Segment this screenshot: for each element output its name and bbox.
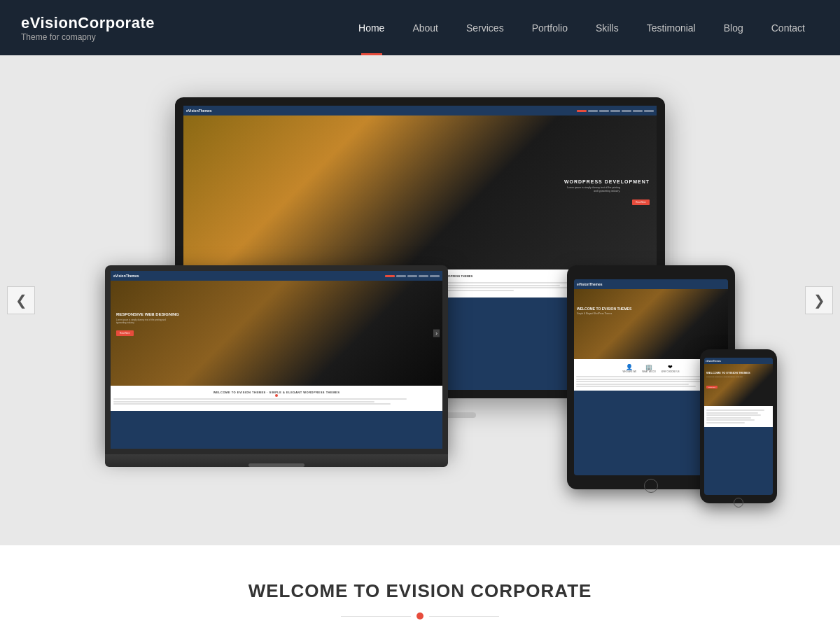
text-line: [706, 422, 745, 424]
phone-screen-body: [704, 406, 773, 427]
tablet-hero-image: [574, 289, 728, 359]
laptop-slider-arrow: ›: [433, 330, 440, 337]
text-line: [113, 401, 374, 402]
laptop-screen-body: WELCOME TO EVISION THEMES · SIMPLE & ELE…: [111, 386, 442, 411]
nav-item-portfolio[interactable]: Portfolio: [518, 0, 582, 55]
nav-item-blog[interactable]: Blog: [710, 0, 757, 55]
laptop-screen-nav: eVisionThemes: [111, 271, 442, 281]
text-line: [706, 414, 761, 416]
phone-hero-subtitle: SIMPLE & ELEGANT WORDPRESS THEMES: [706, 376, 750, 378]
text-line: [576, 386, 696, 387]
laptop: eVisionThemes RESPONSIVE W: [105, 265, 448, 482]
text-line: [113, 403, 391, 405]
tablet-icon-who: 👤 WHO ARE WE: [622, 364, 636, 373]
laptop-nav-item: [396, 275, 406, 277]
text-line: [706, 412, 758, 414]
tablet-hero-desc: Simple & Elegant WordPress Themes: [577, 312, 631, 315]
nav-item-contact[interactable]: Contact: [757, 0, 819, 55]
phone-hero-text: WELCOME TO EVISION THEMES SIMPLE & ELEGA…: [706, 371, 750, 391]
tablet-home-button: [644, 479, 658, 493]
laptop-nav-items: [385, 275, 440, 277]
monitor-nav-item: [577, 110, 587, 112]
welcome-section: WELCOME TO EVISION CORPORATE: [0, 545, 840, 630]
laptop-welcome: WELCOME TO EVISION THEMES · SIMPLE & ELE…: [113, 388, 440, 408]
devices-container: eVisionThemes: [105, 97, 735, 503]
phone-text-lines: [706, 410, 771, 424]
nav-item-about[interactable]: About: [398, 0, 452, 55]
nav-item-testimonial[interactable]: Testimonial: [633, 0, 710, 55]
phone-hero-btn: Read More: [706, 386, 718, 388]
text-line: [706, 410, 764, 411]
phone-screen-logo: eVisionThemes: [706, 360, 721, 363]
welcome-divider: [14, 612, 826, 620]
monitor-nav-item: [599, 110, 609, 112]
laptop-hero-btn: Read More: [116, 330, 134, 336]
monitor-nav-item: [644, 110, 654, 112]
phone-screen-hero: WELCOME TO EVISION THEMES SIMPLE & ELEGA…: [704, 364, 773, 406]
phone-screen-nav: eVisionThemes: [704, 358, 773, 364]
text-line: [706, 417, 751, 419]
tablet-hero-text: WELCOME TO EVISION THEMES Simple & Elega…: [577, 307, 631, 315]
smartphone: eVisionThemes WELCOME TO EVISION THEMES …: [700, 349, 777, 503]
brand-logo: eVisionCorporate Theme for comapny: [21, 14, 155, 42]
monitor-nav-item: [633, 110, 643, 112]
tablet-screen-hero: WELCOME TO EVISION THEMES Simple & Elega…: [574, 289, 728, 359]
divider-dot: [416, 612, 424, 620]
laptop-welcome-dot: [275, 394, 278, 397]
laptop-text-lines: [113, 398, 440, 405]
monitor-nav-item: [610, 110, 620, 112]
text-line: [113, 398, 407, 400]
monitor-screen-nav: eVisionThemes: [183, 106, 657, 115]
brand-name: eVisionCorporate: [21, 14, 155, 32]
laptop-welcome-title: WELCOME TO EVISION THEMES · SIMPLE & ELE…: [113, 391, 440, 394]
laptop-hero-text: RESPONSIVE WEB DESIGNING Lorem ipsum is …: [116, 312, 179, 337]
monitor-hero-text: WORDPRESS DEVELOPMENT Lorem ipsum is sim…: [564, 179, 650, 206]
welcome-title: WELCOME TO EVISION CORPORATE: [14, 580, 826, 602]
phone-screen: eVisionThemes WELCOME TO EVISION THEMES …: [704, 358, 773, 495]
nav-item-home[interactable]: Home: [344, 0, 398, 55]
brand-tagline: Theme for comapny: [21, 32, 155, 42]
text-line: [576, 376, 718, 377]
monitor-screen-logo: eVisionThemes: [186, 108, 212, 113]
monitor-hero-btn: Read More: [632, 200, 650, 205]
phone-hero-title: WELCOME TO EVISION THEMES: [706, 371, 750, 374]
phone-frame: eVisionThemes WELCOME TO EVISION THEMES …: [700, 349, 777, 503]
monitor-nav-item: [622, 110, 631, 112]
laptop-nav-item: [419, 275, 428, 277]
laptop-screen: eVisionThemes RESPONSIVE W: [111, 271, 442, 449]
laptop-hero-title: RESPONSIVE WEB DESIGNING: [116, 312, 179, 316]
monitor-hero-title: WORDPRESS DEVELOPMENT: [564, 179, 650, 184]
text-line: [576, 379, 704, 380]
text-line: [706, 419, 755, 421]
laptop-nav-item: [407, 275, 417, 277]
tablet-screen-nav: eVisionThemes: [574, 279, 728, 289]
slider-next-button[interactable]: ❯: [805, 286, 833, 314]
tablet-hero-title: WELCOME TO EVISION THEMES: [577, 307, 631, 311]
laptop-frame: eVisionThemes RESPONSIVE W: [105, 265, 448, 454]
divider-line-left: [341, 616, 411, 617]
monitor-screen-nav-items: [577, 110, 654, 112]
laptop-hero-desc: Lorem ipsum is simply dummy text of the …: [116, 318, 172, 324]
laptop-screen-logo: eVisionThemes: [113, 274, 139, 278]
phone-home-button: [734, 498, 743, 507]
nav-item-services[interactable]: Services: [452, 0, 518, 55]
navbar: eVisionCorporate Theme for comapny Home …: [0, 0, 840, 55]
slider-prev-button[interactable]: ❮: [7, 286, 35, 314]
laptop-nav-item: [430, 275, 440, 277]
laptop-screen-hero: RESPONSIVE WEB DESIGNING Lorem ipsum is …: [111, 281, 442, 386]
tablet-icon-why: ❤ WHY CHOOSE US: [662, 364, 680, 373]
text-line: [576, 384, 689, 385]
laptop-bottom: [105, 454, 448, 467]
monitor-hero-desc: Lorem ipsum is simply dummy text of the …: [564, 186, 620, 193]
tablet-icon-what: 🏢 WHAT WE DO: [642, 364, 656, 373]
monitor-screen-hero: WORDPRESS DEVELOPMENT Lorem ipsum is sim…: [183, 115, 657, 270]
nav-links: Home About Services Portfolio Skills Tes…: [344, 0, 819, 55]
hero-section: ❮ eVisionThemes: [0, 55, 840, 545]
monitor-nav-item: [588, 110, 598, 112]
divider-line-right: [429, 616, 499, 617]
nav-item-skills[interactable]: Skills: [582, 0, 633, 55]
laptop-nav-item: [385, 275, 395, 277]
text-line: [576, 381, 711, 382]
tablet-screen-logo: eVisionThemes: [577, 282, 603, 286]
